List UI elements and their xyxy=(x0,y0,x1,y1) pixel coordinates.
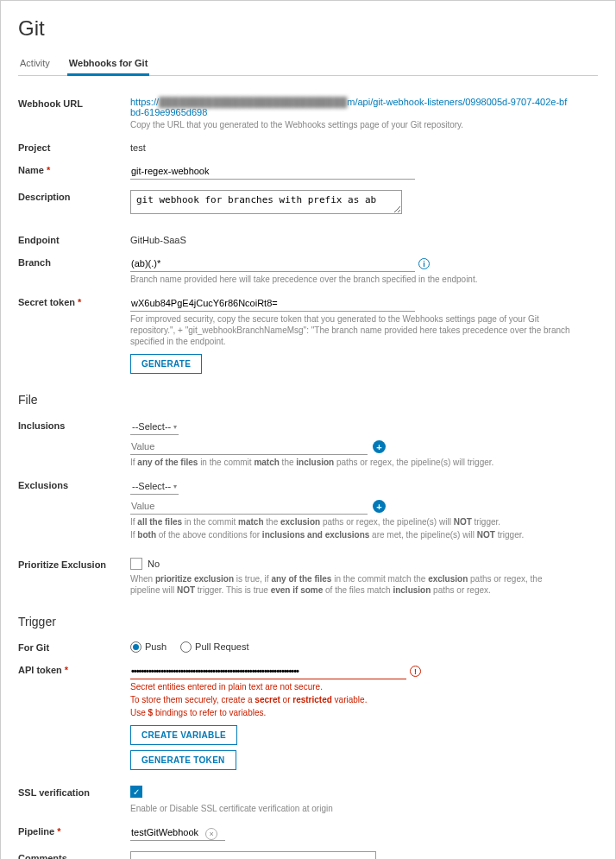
branch-hint: Branch name provided here will take prec… xyxy=(130,274,570,285)
tab-webhooks[interactable]: Webhooks for Git xyxy=(67,53,149,76)
api-token-input[interactable] xyxy=(130,663,406,679)
exclusions-label: Exclusions xyxy=(18,478,130,490)
push-radio[interactable] xyxy=(130,641,141,653)
add-inclusion-button[interactable]: + xyxy=(373,440,386,453)
secret-hint: For improved security, copy the secure t… xyxy=(130,313,570,347)
api-token-label: API token * xyxy=(18,663,130,675)
ssl-label: SSL verification xyxy=(18,786,130,798)
inclusions-label: Inclusions xyxy=(18,419,130,431)
endpoint-value: GitHub-SaaS xyxy=(130,233,570,245)
warning-icon: ! xyxy=(410,666,421,677)
pr-radio[interactable] xyxy=(180,641,192,653)
exclusions-value-input[interactable] xyxy=(130,498,368,515)
exclusions-hint1: If all the files in the commit match the… xyxy=(130,516,570,527)
prioritize-hint: When prioritize exclusion is true, if an… xyxy=(130,573,570,596)
chevron-down-icon: ▾ xyxy=(173,423,177,431)
prioritize-label: Prioritize Exclusion xyxy=(18,558,130,570)
project-label: Project xyxy=(18,141,130,153)
tab-activity[interactable]: Activity xyxy=(18,53,52,75)
name-input[interactable] xyxy=(130,163,415,180)
webhook-url-hint: Copy the URL that you generated to the W… xyxy=(130,119,570,130)
generate-secret-button[interactable]: Generate xyxy=(130,354,202,374)
exclusions-select[interactable]: --Select-- ▾ xyxy=(130,478,179,495)
secret-label: Secret token * xyxy=(18,295,130,307)
inclusions-select[interactable]: --Select-- ▾ xyxy=(130,419,179,435)
create-variable-button[interactable]: Create Variable xyxy=(130,725,237,745)
api-token-error-1: Secret entities entered in plain text ar… xyxy=(130,681,570,692)
description-label: Description xyxy=(18,190,130,202)
webhook-url-label: Webhook URL xyxy=(18,97,130,109)
tabs: Activity Webhooks for Git xyxy=(18,53,598,76)
add-exclusion-button[interactable]: + xyxy=(373,500,386,513)
pipeline-label: Pipeline * xyxy=(18,824,130,837)
endpoint-label: Endpoint xyxy=(18,233,130,245)
ssl-checkbox[interactable]: ✓ xyxy=(130,786,142,798)
api-token-error-3: Use $ bindings to refer to variables. xyxy=(130,707,570,718)
inclusions-hint: If any of the files in the commit match … xyxy=(130,457,570,468)
api-token-error-2: To store them securely, create a secret … xyxy=(130,694,570,705)
file-section-header: File xyxy=(18,393,598,407)
trigger-section-header: Trigger xyxy=(18,615,598,628)
chevron-down-icon: ▾ xyxy=(173,483,177,490)
page-title: Git xyxy=(18,16,598,41)
secret-input[interactable] xyxy=(130,295,415,312)
exclusions-hint2: If both of the above conditions for incl… xyxy=(130,529,570,540)
branch-input[interactable] xyxy=(130,256,415,272)
for-git-label: For Git xyxy=(18,641,130,653)
name-label: Name * xyxy=(18,163,130,175)
ssl-hint: Enable or Disable SSL certificate verifi… xyxy=(130,803,570,814)
prioritize-no-label: No xyxy=(148,559,160,569)
webhook-url-value[interactable]: https://████████████████████████████m/ap… xyxy=(130,97,567,117)
prioritize-checkbox[interactable] xyxy=(130,558,142,570)
generate-token-button[interactable]: Generate Token xyxy=(130,750,236,770)
description-textarea[interactable] xyxy=(130,190,402,214)
branch-label: Branch xyxy=(18,256,130,268)
inclusions-value-input[interactable] xyxy=(130,439,368,455)
comments-textarea[interactable] xyxy=(130,851,376,859)
info-icon[interactable]: i xyxy=(418,258,430,269)
comments-label: Comments xyxy=(18,851,130,859)
project-value: test xyxy=(130,141,570,153)
git-webhook-page: Git Activity Webhooks for Git Webhook UR… xyxy=(0,0,616,859)
